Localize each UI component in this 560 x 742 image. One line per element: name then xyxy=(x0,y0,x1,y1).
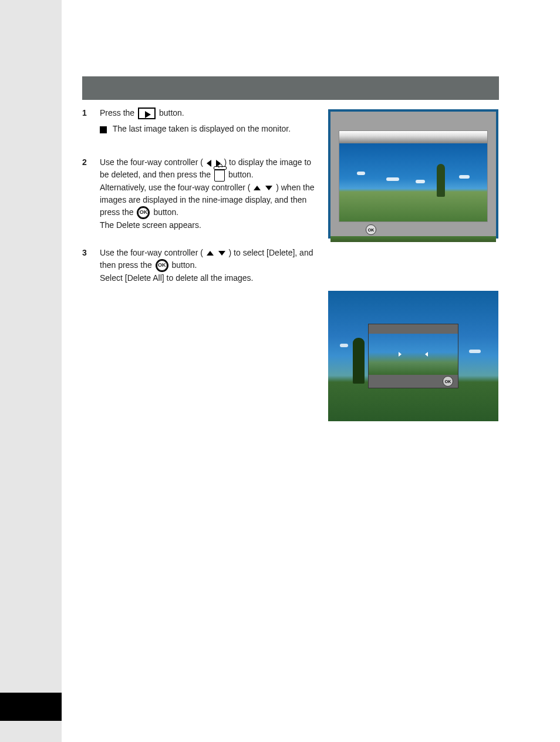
page-number-box xyxy=(0,693,62,721)
step-2-p2a: Alternatively, use the four-way controll… xyxy=(100,183,251,192)
lcd-photo-bg: OK xyxy=(328,291,498,421)
arrow-left-icon xyxy=(207,160,211,167)
delete-dialog: OK xyxy=(368,324,458,388)
dialog-option-right[interactable] xyxy=(425,352,428,357)
photo-cloud xyxy=(459,175,470,179)
arrow-down-icon xyxy=(265,186,272,190)
lcd-outer-frame: OK xyxy=(330,112,496,236)
photo-cloud xyxy=(469,350,481,353)
lcd-screenshot-1: OK xyxy=(328,109,498,239)
step-2-p3: The Delete screen appears. xyxy=(100,220,201,230)
bullet-text: The last image taken is displayed on the… xyxy=(113,124,291,133)
step-text: Use the four-way controller ( ) to selec… xyxy=(100,247,499,284)
lcd-titlebar xyxy=(339,130,488,143)
arrow-up-icon xyxy=(207,251,214,256)
arrow-right-icon xyxy=(399,352,402,357)
lcd-grass-strip xyxy=(330,236,496,242)
lcd-header xyxy=(333,114,494,128)
step-number: 2 xyxy=(82,156,100,169)
step-number: 3 xyxy=(82,247,100,259)
step-2-p1a: Use the four-way controller ( xyxy=(100,157,203,167)
step-number: 1 xyxy=(82,107,100,119)
delete-dialog-footer: OK xyxy=(369,375,458,388)
step-2-p1c: button. xyxy=(228,170,254,179)
lcd-screenshot-2: OK xyxy=(328,291,498,421)
photo-cloud xyxy=(386,177,399,181)
step-3: 3 Use the four-way controller ( ) to sel… xyxy=(82,247,499,284)
lcd-ok-button[interactable]: OK xyxy=(366,224,376,235)
photo-cloud xyxy=(340,344,348,347)
dialog-ok-button[interactable]: OK xyxy=(443,376,453,387)
step-3-p2: Select [Delete All] to delete all the im… xyxy=(100,273,253,283)
delete-dialog-body xyxy=(369,334,458,375)
sidebar xyxy=(0,0,62,742)
photo-cloud xyxy=(357,172,365,175)
delete-dialog-title xyxy=(369,324,458,334)
step-1-text-after: button. xyxy=(159,108,184,117)
bullet-square-icon xyxy=(100,126,107,133)
photo-tree xyxy=(437,164,445,197)
playback-icon xyxy=(138,108,156,119)
lcd-footer: OK xyxy=(339,223,488,236)
step-3-p1c: button. xyxy=(172,260,197,270)
ok-button-icon: OK xyxy=(137,206,150,219)
dialog-option-left[interactable] xyxy=(399,352,402,357)
section-header-bar xyxy=(82,76,499,100)
photo-cloud xyxy=(416,180,425,183)
arrow-left-icon xyxy=(425,352,428,357)
lcd-inner: OK xyxy=(339,130,488,242)
arrow-down-icon xyxy=(218,251,225,256)
arrow-up-icon xyxy=(254,186,261,190)
step-1-text-before: Press the xyxy=(100,108,137,117)
lcd-photo xyxy=(339,143,488,222)
photo-tree xyxy=(353,338,365,384)
step-3-p1a: Use the four-way controller ( xyxy=(100,248,203,257)
trash-icon xyxy=(214,170,225,182)
ok-button-icon: OK xyxy=(156,259,168,272)
step-2-p2c: button. xyxy=(153,207,178,217)
